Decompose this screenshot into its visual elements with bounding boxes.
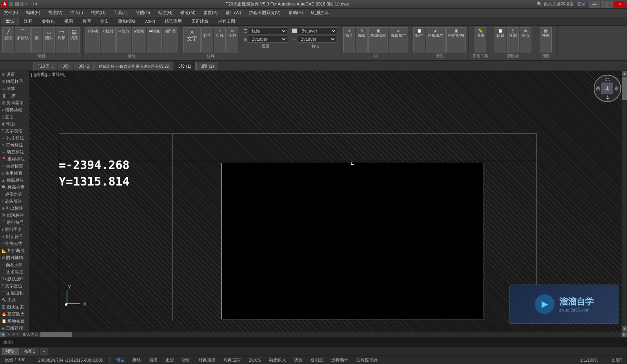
sidebar-item-site[interactable]: 📋场地布置 [0, 317, 29, 324]
sidebar-item-cloud[interactable]: ~绘制云线 [0, 240, 29, 247]
sidebar-item-settings[interactable]: ⚙设置 [0, 71, 29, 78]
ribbon-btn-mirror[interactable]: ⇌镜像 [147, 27, 162, 52]
linetype-bylayer-select[interactable]: ByLayer [297, 36, 336, 43]
status-ortho[interactable]: 正交 [164, 357, 176, 363]
scroll-close[interactable]: ✕ [7, 332, 10, 337]
compass-center[interactable]: 上 [602, 83, 613, 94]
ribbon-btn-arc[interactable]: ⌓圆弧 [43, 27, 55, 52]
scroll-track-vertical[interactable] [622, 76, 627, 326]
ribbon-btn-leader[interactable]: ↗引线 [214, 27, 226, 52]
status-tp[interactable]: 透明度 [309, 357, 325, 363]
ribbon-tab-parametric[interactable]: 参数化 [38, 18, 59, 25]
menu-file[interactable]: 文件(F) [2, 9, 20, 16]
status-note[interactable]: 注释监视器 [355, 357, 379, 363]
sidebar-item-elev-check[interactable]: 🔍标高检查 [0, 184, 29, 191]
sidebar-item-coord-table[interactable]: ±生坐标表 [0, 169, 29, 177]
maximize-button[interactable]: □ [601, 1, 613, 8]
sidebar-item-fire[interactable]: 🔥建筑防火 [0, 310, 29, 317]
scroll-down-button[interactable]: ▼ [622, 326, 627, 332]
view-cube[interactable]: 北 南 东 西 上 [592, 75, 623, 114]
command-input[interactable] [16, 340, 624, 345]
quick-access-tools[interactable]: 圈 圈 圈 ↩ ↪ ▾ [9, 1, 38, 7]
scroll-input[interactable]: ✎ [16, 332, 20, 337]
menu-modify[interactable]: 修改(M) [178, 9, 198, 16]
sidebar-item-coord-check[interactable]: ✓坐标检查 [0, 162, 29, 169]
ribbon-btn-move[interactable]: ✛移动 [85, 27, 100, 52]
sidebar-item-slope-dim[interactable]: 倒倒法标注 [0, 212, 29, 219]
menu-window[interactable]: 窗口(W) [223, 9, 243, 16]
menu-draw[interactable]: 绘图(D) [133, 9, 152, 16]
scroll-left-button[interactable]: ◀ [0, 332, 5, 337]
ribbon-tab-t20[interactable]: 天正建筑 [187, 18, 213, 25]
status-dyn[interactable]: 动态输入 [267, 357, 288, 363]
ribbon-btn-match-fig[interactable]: ▣匹配配图 [446, 27, 466, 52]
sidebar-item-area-ratio[interactable]: ⊙面积比针 [0, 261, 29, 268]
ribbon-btn-copy-clip[interactable]: ⎘复制 [507, 27, 519, 52]
user-login[interactable]: 登录 [577, 1, 585, 7]
sidebar-item-index-sym[interactable]: ⌒索引符号 [0, 219, 29, 226]
sidebar-item-axis-align[interactable]: ⊠图对轴轴 [0, 254, 29, 261]
ribbon-tab-view[interactable]: 视图 [60, 18, 77, 25]
sidebar-item-index-name[interactable]: ♦索引图名 [0, 226, 29, 233]
ribbon-btn-hatch[interactable]: ▤填充 [68, 27, 80, 52]
ribbon-btn-properties[interactable]: 📋特性 [413, 27, 425, 52]
sidebar-item-elevation[interactable]: ▯立面 [0, 113, 29, 120]
search-box[interactable]: 🔍 输入关键字搜索 [537, 1, 574, 7]
ribbon-btn-block-editor[interactable]: ▣块编辑器 [368, 27, 388, 52]
menu-print[interactable]: M_批打印 [308, 9, 332, 16]
right-scrollbar[interactable]: ▲ ▼ [622, 71, 627, 332]
ribbon-btn-dim[interactable]: ↔标注 [201, 27, 213, 52]
sidebar-item-elev-align[interactable]: ≈标高对齐 [0, 191, 29, 198]
scroll-thumb-horizontal[interactable] [40, 332, 72, 337]
sidebar-item-section[interactable]: ▣剖面 [0, 120, 29, 127]
status-ducs[interactable]: DUCS [247, 358, 262, 362]
status-layout[interactable]: 图层1 [610, 357, 624, 363]
sidebar-item-symbol[interactable]: ✎符号标注 [0, 141, 29, 148]
scroll-pin[interactable]: ↗ [12, 332, 15, 337]
status-grid[interactable]: 栅格 [131, 357, 143, 363]
sidebar-item-axis[interactable]: ⊞轴网柱子 [0, 78, 29, 85]
scroll-right-button[interactable]: ▶ [622, 332, 627, 337]
scroll-thumb-vertical[interactable] [622, 77, 627, 100]
ribbon-btn-edit-block[interactable]: ✎编辑 [356, 27, 368, 52]
sidebar-item-3d[interactable]: ◈三维建模 [0, 324, 29, 332]
layer-select[interactable]: 线性 [248, 27, 287, 34]
canvas-area[interactable]: [-][俯视][二维线框] =-2394.268 Y=1315.814 [29, 71, 627, 332]
compass[interactable]: 北 南 东 西 上 [594, 75, 621, 102]
bottom-scrollbar[interactable]: ◀ ✕ ↗ ✎ 输入内容 ▶ [0, 332, 627, 337]
status-coords[interactable]: 2489824.734,-1142815.438,0.000 [37, 358, 105, 362]
ribbon-tab-piping[interactable]: 拼套出图 [214, 18, 239, 25]
sidebar-item-stairs[interactable]: ≡楼梯其他 [0, 106, 29, 113]
sidebar-item-door[interactable]: 🚪门窗 [0, 92, 29, 99]
ribbon-btn-trim[interactable]: ✂修剪 [116, 27, 131, 52]
sidebar-item-default-layer[interactable]: 0o默认层0 [0, 275, 29, 282]
sidebar-item-coord-dim[interactable]: 📍坐标标注 [0, 155, 29, 162]
ribbon-btn-insert-block[interactable]: ⊕插入 [343, 27, 355, 52]
status-sel[interactable]: 选择循环 [330, 357, 350, 363]
ribbon-tab-a360[interactable]: A360 [141, 18, 159, 25]
color-bylayer-select[interactable]: ByLayer [298, 27, 337, 34]
sidebar-item-wall[interactable]: ▭墙体 [0, 85, 29, 92]
status-zoom[interactable]: 1:1/100% [578, 358, 600, 362]
ribbon-tab-manage[interactable]: 管理 [78, 18, 95, 25]
ribbon-btn-line[interactable]: ╱直线 [2, 27, 14, 52]
status-otrack[interactable]: 对象追踪 [222, 357, 242, 363]
status-scale[interactable]: 比例 1:100 [3, 357, 27, 363]
status-lwt[interactable]: 线宽 [292, 357, 304, 363]
sidebar-item-room[interactable]: ▤房间屋顶 [0, 99, 29, 106]
file-tab-3duan-1[interactable]: 3段 (1) [174, 62, 196, 70]
menu-help[interactable]: 帮助(H) [286, 9, 305, 16]
menu-dimension[interactable]: 标注(N) [156, 9, 175, 16]
ribbon-tab-annotation[interactable]: 注释 [20, 18, 37, 25]
status-osnap[interactable]: 对象捕捉 [197, 357, 217, 363]
layer-bylayer[interactable]: ByLayer [248, 36, 287, 43]
ribbon-btn-match-props[interactable]: 🖌匹配属性 [426, 27, 446, 52]
menu-format[interactable]: 格式(O) [89, 9, 108, 16]
sidebar-item-text-pos[interactable]: T文字置位 [0, 282, 29, 289]
ribbon-btn-basepoint[interactable]: ⊕基点 [520, 27, 531, 52]
menu-insert[interactable]: 插入(I) [68, 9, 85, 16]
ribbon-btn-circle[interactable]: ○圆 [31, 27, 42, 52]
ribbon-tab-featured[interactable]: 精选应用 [160, 18, 186, 25]
sidebar-item-tools[interactable]: 🔧工具 [0, 296, 29, 303]
ribbon-btn-copy[interactable]: ⎘复制 [132, 27, 146, 52]
